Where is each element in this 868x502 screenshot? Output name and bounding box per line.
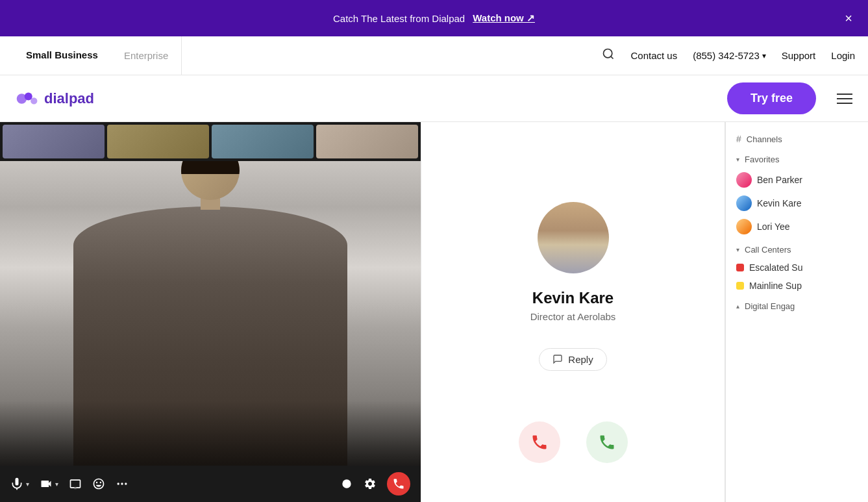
digital-engage-label: Digital Engag [745,301,795,311]
escalated-dot-icon [736,264,744,271]
record-icon [340,477,353,490]
hamburger-line-1 [837,94,852,95]
decline-call-button[interactable] [519,421,560,463]
lori-yee-label: Lori Yee [757,221,790,232]
logo-area[interactable]: dialpad [16,90,94,107]
sidebar-digital-engage-section: ▴ Digital Engag [726,297,868,315]
mic-chevron: ▾ [26,481,29,488]
nav-enterprise[interactable]: Enterprise [111,36,182,75]
main-video-area [0,161,421,466]
emoji-button[interactable] [92,477,105,490]
thumbnail-strip [0,122,421,161]
nav-small-business[interactable]: Small Business [13,36,111,75]
camera-icon [40,477,53,490]
thumbnail-3[interactable] [212,125,314,158]
mainline-label: Mainline Sup [749,281,802,291]
emoji-icon [92,477,105,490]
header-bar: dialpad Try free [0,75,868,122]
hamburger-line-3 [837,103,852,104]
ben-parker-label: Ben Parker [757,175,802,185]
mic-icon [10,477,23,490]
settings-icon [364,477,377,490]
hamburger-menu-button[interactable] [837,94,852,104]
end-call-button[interactable] [387,472,410,496]
svg-line-1 [611,56,614,59]
ben-parker-avatar [736,172,752,188]
sidebar-item-ben-parker[interactable]: Ben Parker [726,168,868,192]
kevin-kare-avatar [736,195,752,211]
video-controls: ▾ ▾ [0,466,421,502]
banner-text: Catch The Latest from Dialpad [333,13,465,24]
more-button[interactable] [116,477,129,490]
sidebar-channels-header[interactable]: # Channels [726,130,868,148]
sidebar-favorites-section: ▾ Favorites Ben Parker Kevin Kare Lori Y… [726,151,868,238]
sidebar-item-lori-yee[interactable]: Lori Yee [726,215,868,238]
escalated-label: Escalated Su [749,262,803,273]
dialpad-logo-icon [16,91,39,107]
caller-title: Director at Aerolabs [530,311,616,322]
person-hair [181,161,240,174]
hash-icon: # [736,134,741,144]
svg-point-8 [342,479,351,488]
nav-contact-us[interactable]: Contact us [630,50,677,61]
thumbnail-1[interactable] [3,125,105,158]
thumbnail-4[interactable] [316,125,418,158]
camera-chevron: ▾ [55,481,58,488]
sidebar-item-mainline[interactable]: Mainline Sup [726,277,868,295]
digital-engage-expand-icon: ▴ [736,303,739,310]
sidebar-call-centers-header[interactable]: ▾ Call Centers [726,241,868,258]
svg-point-5 [118,483,119,484]
sidebar-call-centers-section: ▾ Call Centers Escalated Su Mainline Sup [726,241,868,295]
nav-bar: Small Business Enterprise Contact us (85… [0,36,868,75]
reply-button[interactable]: Reply [539,348,606,371]
try-free-button[interactable]: Try free [727,82,816,114]
mainline-dot-icon [736,282,744,290]
logo-text: dialpad [44,90,94,107]
more-icon [116,477,129,490]
accept-call-button[interactable] [586,421,628,463]
right-sidebar: # Channels ▾ Favorites Ben Parker Kevin … [725,122,868,502]
incoming-call-panel: Kevin Kare Director at Aerolabs Reply [421,122,725,502]
end-call-icon [392,477,405,490]
banner-close-button[interactable]: × [845,11,852,26]
record-button[interactable] [340,477,353,490]
svg-point-7 [125,483,127,484]
sidebar-digital-engage-header[interactable]: ▴ Digital Engag [726,297,868,315]
mic-button[interactable]: ▾ [10,477,29,490]
call-actions [519,421,628,463]
screen-icon [69,477,82,490]
nav-login[interactable]: Login [831,50,855,61]
video-controls-right [340,472,410,496]
favorites-label: Favorites [745,155,779,164]
nav-left: Small Business Enterprise [13,36,182,75]
nav-phone[interactable]: (855) 342-5723 ▾ [693,50,766,61]
channels-label: Channels [747,134,782,144]
svg-point-0 [604,49,612,58]
sidebar-item-kevin-kare[interactable]: Kevin Kare [726,192,868,215]
call-centers-label: Call Centers [745,245,791,255]
call-centers-expand-icon: ▾ [736,246,739,253]
settings-button[interactable] [364,477,377,490]
caller-name: Kevin Kare [532,289,614,307]
phone-chevron-icon: ▾ [762,51,766,60]
favorites-expand-icon: ▾ [736,156,739,163]
video-bottom-fade [0,401,421,466]
top-banner: Catch The Latest from Dialpad Watch now … [0,0,868,36]
nav-right: Contact us (855) 342-5723 ▾ Support Logi… [602,47,855,64]
decline-icon [530,433,549,451]
camera-button[interactable]: ▾ [40,477,58,490]
video-panel: ▾ ▾ [0,122,421,502]
svg-point-6 [121,483,123,484]
thumbnail-2[interactable] [107,125,209,158]
person-head [181,161,240,200]
avatar-face [538,202,609,273]
search-icon[interactable] [602,47,615,64]
sidebar-favorites-header[interactable]: ▾ Favorites [726,151,868,168]
banner-watch-link[interactable]: Watch now ↗ [473,12,535,24]
screen-share-button[interactable] [69,477,82,490]
lori-yee-avatar [736,219,752,234]
hamburger-line-2 [837,98,852,99]
nav-support[interactable]: Support [782,50,816,61]
sidebar-channels-section: # Channels [726,130,868,148]
sidebar-item-escalated[interactable]: Escalated Su [726,258,868,277]
